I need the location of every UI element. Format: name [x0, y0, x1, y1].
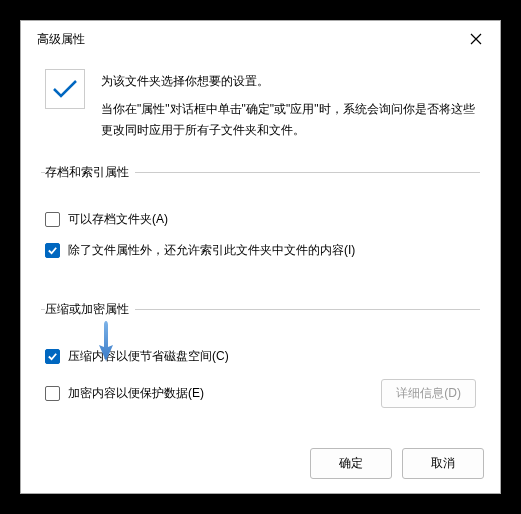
encrypt-row: 加密内容以便保护数据(E) 详细信息(D) [45, 379, 476, 408]
dialog-content: 为该文件夹选择你想要的设置。 当你在"属性"对话框中单击"确定"或"应用"时，系… [21, 57, 500, 436]
archive-checkbox[interactable] [45, 212, 60, 227]
compress-encrypt-group: 压缩或加密属性 压缩内容以便节省磁盘空间(C) 加密内容以便保护数据(E) 详细… [41, 301, 480, 416]
intro-line1: 为该文件夹选择你想要的设置。 [101, 71, 480, 91]
compress-checkbox[interactable] [45, 349, 60, 364]
compress-legend: 压缩或加密属性 [45, 301, 135, 318]
details-button: 详细信息(D) [381, 379, 476, 408]
close-button[interactable] [460, 27, 492, 51]
archive-legend: 存档和索引属性 [45, 164, 135, 181]
compress-checkbox-row: 压缩内容以便节省磁盘空间(C) [45, 348, 476, 365]
archive-indexing-group: 存档和索引属性 可以存档文件夹(A) 除了文件属性外，还允许索引此文件夹中文件的… [41, 164, 480, 281]
intro-text: 为该文件夹选择你想要的设置。 当你在"属性"对话框中单击"确定"或"应用"时，系… [101, 69, 480, 140]
archive-checkbox-row: 可以存档文件夹(A) [45, 211, 476, 228]
intro-section: 为该文件夹选择你想要的设置。 当你在"属性"对话框中单击"确定"或"应用"时，系… [41, 69, 480, 140]
close-icon [470, 33, 482, 45]
encrypt-label[interactable]: 加密内容以便保护数据(E) [68, 385, 204, 402]
intro-line2: 当你在"属性"对话框中单击"确定"或"应用"时，系统会询问你是否将这些更改同时应… [101, 99, 480, 140]
archive-label[interactable]: 可以存档文件夹(A) [68, 211, 168, 228]
index-checkbox[interactable] [45, 243, 60, 258]
advanced-attributes-dialog: 高级属性 为该文件夹选择你想要的设置。 当你在"属性"对话框中单击"确定"或"应… [20, 20, 501, 494]
checkmark-icon [45, 69, 85, 109]
index-label[interactable]: 除了文件属性外，还允许索引此文件夹中文件的内容(I) [68, 242, 355, 259]
dialog-title: 高级属性 [37, 31, 85, 48]
button-bar: 确定 取消 [21, 436, 500, 495]
cancel-button[interactable]: 取消 [402, 448, 484, 479]
ok-button[interactable]: 确定 [310, 448, 392, 479]
index-checkbox-row: 除了文件属性外，还允许索引此文件夹中文件的内容(I) [45, 242, 476, 259]
encrypt-checkbox[interactable] [45, 386, 60, 401]
compress-label[interactable]: 压缩内容以便节省磁盘空间(C) [68, 348, 229, 365]
titlebar: 高级属性 [21, 21, 500, 57]
